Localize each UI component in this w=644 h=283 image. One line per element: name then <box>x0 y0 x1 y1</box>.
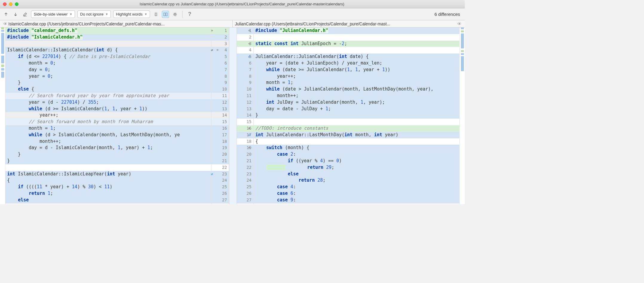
line-number: 24 <box>237 177 253 184</box>
right-error-stripe <box>459 27 465 204</box>
next-diff-button[interactable] <box>12 11 19 18</box>
code-line[interactable]: day = 0; <box>5 67 211 73</box>
code-line[interactable]: //TODO: introduce constants <box>254 125 459 132</box>
code-line[interactable] <box>5 41 211 47</box>
line-number: 11 <box>211 93 229 99</box>
code-line[interactable]: else <box>254 171 459 178</box>
code-line[interactable]: // Search forward year by year from appr… <box>5 93 211 99</box>
code-line[interactable] <box>254 119 459 125</box>
code-line[interactable]: return 29; <box>254 164 459 171</box>
code-line[interactable] <box>254 34 459 41</box>
code-line[interactable]: int JulDay = JulianCalendar(month, 1, ye… <box>254 99 459 106</box>
code-line[interactable]: if (d <= 227014) { // Date is pre-Islami… <box>5 53 211 60</box>
code-line[interactable]: #include "calendar_defs.h" <box>5 27 211 34</box>
code-line[interactable]: month++; <box>5 138 211 145</box>
code-line[interactable]: month++; <box>254 93 459 99</box>
viewer-mode-select[interactable]: Side-by-side viewer ▼ <box>31 10 75 18</box>
line-number: 3« <box>237 41 253 47</box>
line-number: 17⇄ <box>237 132 253 138</box>
code-line[interactable]: return 28; <box>254 177 459 184</box>
help-icon[interactable]: ? <box>186 11 193 18</box>
code-line[interactable]: else <box>5 197 211 204</box>
ignore-mode-select[interactable]: Do not ignore ▼ <box>77 10 111 18</box>
code-line[interactable]: switch (month) { <box>254 145 459 151</box>
collapse-unchanged-icon[interactable] <box>152 11 160 18</box>
code-line[interactable]: while (date >= JulianCalendar(1, 1, year… <box>254 67 459 73</box>
code-line[interactable]: #include "IslamicCalendar.h" <box>5 34 211 41</box>
right-code-pane[interactable]: #include "JulianCalendar.h"static const … <box>254 27 459 204</box>
code-line[interactable]: month = 1; <box>254 79 459 86</box>
code-line[interactable]: { <box>5 177 211 184</box>
code-line[interactable]: } <box>5 158 211 164</box>
sync-scroll-icon[interactable] <box>162 11 169 18</box>
code-line[interactable]: case 9: <box>254 197 459 204</box>
toolbar: Side-by-side viewer ▼ Do not ignore ▼ Hi… <box>0 8 465 20</box>
file-paths-row: 👁 IslamicCalendar.cpp (/Users/jetbrains/… <box>0 20 465 27</box>
code-line[interactable]: IslamicCalendar::IslamicCalendar(int d) … <box>5 47 211 53</box>
code-line[interactable]: #include "JulianCalendar.h" <box>254 27 459 34</box>
highlight-mode-select[interactable]: Highlight words ▼ <box>113 10 150 18</box>
prev-diff-button[interactable] <box>2 11 10 18</box>
code-line[interactable]: case 2: <box>254 151 459 158</box>
line-number: 7 <box>237 67 253 73</box>
code-line[interactable] <box>5 164 211 171</box>
code-line[interactable]: return 1; <box>5 190 211 197</box>
line-number: 18 <box>237 138 253 145</box>
code-line[interactable]: if ((year % 4) == 0) <box>254 158 459 164</box>
edit-icon[interactable] <box>22 11 29 18</box>
code-line[interactable]: static const int JulianEpoch = -2; <box>254 41 459 47</box>
close-icon[interactable] <box>3 2 7 6</box>
code-line[interactable]: while (date > JulianCalendar(month, Last… <box>254 86 459 93</box>
line-number: 10 <box>237 86 253 93</box>
code-line[interactable]: // Search forward month by month from Mu… <box>5 119 211 125</box>
code-line[interactable]: year = (date + JulianEpoch) / year_max_l… <box>254 60 459 67</box>
left-code-pane[interactable]: #include "calendar_defs.h"#include "Isla… <box>5 27 211 204</box>
line-number: 15 <box>237 119 253 125</box>
code-line[interactable]: } <box>5 79 211 86</box>
line-number: 24 <box>211 177 229 184</box>
line-number: 14 <box>237 112 253 119</box>
right-line-numbers: 1«23«45⇄678910111213141516«17⇄1819«20212… <box>237 27 254 204</box>
code-line[interactable]: year++; <box>5 112 211 119</box>
code-line[interactable] <box>254 47 459 53</box>
svg-rect-1 <box>166 13 167 16</box>
diff-count: 6 differences <box>434 12 462 17</box>
code-line[interactable]: { <box>254 138 459 145</box>
code-line[interactable]: int IslamicCalendar::IslamicLeapYear(int… <box>5 171 211 178</box>
line-number: 27 <box>237 197 253 204</box>
line-number: 19« <box>237 145 253 151</box>
maximize-icon[interactable] <box>15 2 19 6</box>
line-number: 12 <box>211 99 229 106</box>
line-number: 6 <box>211 60 229 67</box>
right-file-path: JulianCalendar.cpp (/Users/jetbrains/CLi… <box>233 20 465 27</box>
line-number: ⇄23 <box>211 171 229 178</box>
code-line[interactable]: } <box>5 151 211 158</box>
settings-icon[interactable] <box>171 11 179 18</box>
code-line[interactable]: } <box>254 112 459 119</box>
code-line[interactable]: month = 1; <box>5 125 211 132</box>
line-number: 14 <box>211 112 229 119</box>
code-line[interactable]: year = (d - 227014) / 355; <box>5 99 211 106</box>
code-line[interactable]: day = d - IslamicCalendar(month, 1, year… <box>5 145 211 151</box>
line-number: 18 <box>211 138 229 145</box>
code-line[interactable]: while (d >= IslamicCalendar(1, 1, year +… <box>5 106 211 112</box>
code-line[interactable]: if ((((11 * year) + 14) % 30) < 11) <box>5 184 211 190</box>
code-line[interactable]: case 6: <box>254 190 459 197</box>
code-line[interactable]: day = date - JulDay + 1; <box>254 106 459 112</box>
line-number: 2 <box>237 34 253 41</box>
window-title: IslamicCalendar.cpp vs JulianCalendar.cp… <box>22 2 462 6</box>
code-line[interactable]: year = 0; <box>5 73 211 80</box>
eye-icon[interactable]: 👁 <box>456 22 462 26</box>
minimize-icon[interactable] <box>9 2 13 6</box>
svg-point-2 <box>174 13 176 15</box>
code-line[interactable]: while (d > IslamicCalendar(month, LastMo… <box>5 132 211 138</box>
code-line[interactable]: case 4: <box>254 184 459 190</box>
code-line[interactable]: year++; <box>254 73 459 80</box>
code-line[interactable]: int JulianCalendar::LastMonthDay(int mon… <box>254 132 459 138</box>
code-line[interactable]: JulianCalendar::JulianCalendar(int date)… <box>254 53 459 60</box>
line-number: 22 <box>237 164 253 171</box>
code-line[interactable]: else { <box>5 86 211 93</box>
eye-icon[interactable]: 👁 <box>2 22 8 26</box>
code-line[interactable]: month = 0; <box>5 60 211 67</box>
line-number: 21 <box>237 158 253 164</box>
